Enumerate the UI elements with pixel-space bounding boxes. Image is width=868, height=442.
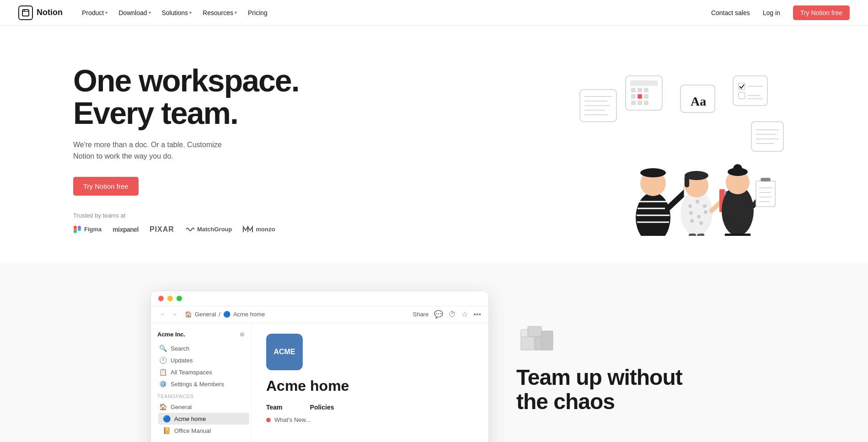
matchgroup-icon bbox=[185, 226, 194, 233]
sidebar-workspace: Acme Inc. ⚙ bbox=[151, 328, 251, 341]
workspace-name: Acme Inc. bbox=[157, 331, 185, 338]
toolbar-breadcrumb: 🏠 General / 🔵 Acme home bbox=[185, 311, 407, 318]
sidebar-item-settings[interactable]: ⚙️ Settings & Members bbox=[153, 378, 249, 390]
search-icon: 🔍 bbox=[159, 345, 167, 352]
toolbar-nav: ← → bbox=[158, 310, 179, 319]
hero-left: One workspace. Every team. We're more th… bbox=[73, 64, 299, 234]
demo-inner: ← → 🏠 General / 🔵 Acme home Share 💬 ⏱ ☆ … bbox=[114, 291, 754, 442]
office-manual-icon: 📔 bbox=[163, 427, 171, 434]
svg-point-6 bbox=[78, 228, 81, 231]
sidebar-label-settings: Settings & Members bbox=[171, 381, 224, 388]
svg-rect-22 bbox=[631, 101, 636, 105]
settings-icon: ⚙️ bbox=[159, 380, 167, 388]
svg-rect-17 bbox=[638, 88, 642, 92]
page-row: What's New... bbox=[266, 415, 474, 425]
svg-rect-66 bbox=[689, 234, 696, 236]
sidebar-item-acme-home[interactable]: 🔵 Acme home bbox=[158, 413, 249, 425]
breadcrumb-current: Acme home bbox=[233, 311, 265, 318]
svg-rect-18 bbox=[644, 88, 648, 92]
svg-rect-16 bbox=[631, 88, 636, 92]
monzo-logo: monzo bbox=[243, 226, 275, 233]
column-team: Team bbox=[266, 404, 283, 411]
chevron-down-icon: ▾ bbox=[235, 10, 237, 15]
sidebar-item-updates[interactable]: 🕐 Updates bbox=[153, 354, 249, 366]
workspace-chevron-icon[interactable]: ⚙ bbox=[240, 331, 245, 338]
share-button[interactable]: Share bbox=[413, 311, 429, 318]
back-icon[interactable]: ← bbox=[158, 310, 167, 319]
contact-sales-link[interactable]: Contact sales bbox=[711, 9, 750, 16]
try-notion-free-button[interactable]: Try Notion free bbox=[793, 5, 850, 20]
figma-icon bbox=[73, 225, 81, 234]
sidebar-item-all-teamspaces[interactable]: 📋 All Teamspaces bbox=[153, 366, 249, 378]
sidebar-label-search: Search bbox=[171, 345, 189, 352]
svg-rect-24 bbox=[644, 101, 648, 105]
svg-rect-90 bbox=[541, 331, 553, 350]
teamspaces-icon: 📋 bbox=[159, 368, 167, 376]
sidebar-label-updates: Updates bbox=[171, 357, 193, 364]
svg-point-57 bbox=[689, 211, 693, 215]
sidebar: Acme Inc. ⚙ 🔍 Search 🕐 Updates 📋 All Tea… bbox=[151, 323, 252, 442]
svg-point-56 bbox=[703, 204, 707, 208]
comment-icon[interactable]: 💬 bbox=[434, 310, 443, 319]
demo-section: ← → 🏠 General / 🔵 Acme home Share 💬 ⏱ ☆ … bbox=[0, 263, 868, 442]
pixar-logo: PIXAR bbox=[150, 225, 174, 234]
svg-rect-33 bbox=[751, 122, 783, 151]
hero-subtitle: We're more than a doc. Or a table. Custo… bbox=[73, 139, 229, 162]
nav-links: Product ▾ Download ▾ Solutions ▾ Resourc… bbox=[77, 6, 272, 19]
trusted-label: Trusted by teams at bbox=[73, 212, 299, 219]
timer-icon[interactable]: ⏱ bbox=[449, 310, 456, 319]
nav-link-product[interactable]: Product ▾ bbox=[77, 6, 112, 19]
blocks-illustration bbox=[516, 318, 718, 357]
column-policies: Policies bbox=[310, 404, 334, 411]
svg-rect-89 bbox=[528, 326, 541, 336]
svg-rect-80 bbox=[756, 181, 775, 207]
dot-red bbox=[158, 296, 164, 301]
chevron-down-icon: ▾ bbox=[189, 10, 192, 15]
window-titlebar bbox=[151, 291, 488, 306]
demo-heading: Team up without the chaos bbox=[516, 366, 718, 414]
hero-illustration: Aa bbox=[575, 62, 795, 236]
svg-point-54 bbox=[688, 204, 692, 208]
main-content: ACME Acme home Team Policies What's New.… bbox=[252, 323, 488, 442]
window-toolbar: ← → 🏠 General / 🔵 Acme home Share 💬 ⏱ ☆ … bbox=[151, 306, 488, 323]
page-rows: What's New... bbox=[266, 415, 474, 425]
more-icon[interactable]: ••• bbox=[473, 310, 481, 319]
svg-rect-23 bbox=[638, 101, 642, 105]
svg-rect-21 bbox=[644, 94, 648, 99]
sidebar-label-acme-home: Acme home bbox=[174, 415, 206, 422]
monzo-icon bbox=[243, 226, 253, 233]
svg-rect-86 bbox=[521, 336, 535, 350]
svg-rect-81 bbox=[761, 178, 771, 181]
acme-logo: ACME bbox=[266, 334, 303, 370]
demo-window: ← → 🏠 General / 🔵 Acme home Share 💬 ⏱ ☆ … bbox=[150, 291, 489, 442]
sidebar-item-search[interactable]: 🔍 Search bbox=[153, 342, 249, 354]
star-icon[interactable]: ☆ bbox=[461, 310, 468, 319]
nav-logo[interactable]: Notion bbox=[18, 5, 63, 20]
nav-link-solutions[interactable]: Solutions ▾ bbox=[157, 6, 197, 19]
svg-point-44 bbox=[640, 168, 666, 177]
login-link[interactable]: Log in bbox=[757, 6, 786, 19]
svg-rect-7 bbox=[74, 228, 77, 231]
svg-rect-15 bbox=[630, 80, 658, 86]
hero-section: One workspace. Every team. We're more th… bbox=[0, 26, 868, 263]
acme-home-icon: 🔵 bbox=[163, 415, 171, 422]
row-indicator bbox=[266, 418, 271, 422]
home-icon: 🏠 bbox=[185, 311, 192, 318]
sidebar-item-general[interactable]: 🏠 General bbox=[153, 401, 249, 413]
page-table-header: Team Policies bbox=[266, 404, 474, 411]
figma-logo: Figma bbox=[73, 225, 102, 234]
updates-icon: 🕐 bbox=[159, 357, 167, 364]
nav-link-pricing[interactable]: Pricing bbox=[243, 6, 272, 19]
nav-link-resources[interactable]: Resources ▾ bbox=[198, 6, 241, 19]
svg-text:Aa: Aa bbox=[691, 94, 706, 108]
forward-icon[interactable]: → bbox=[170, 310, 179, 319]
hero-cta-button[interactable]: Try Notion free bbox=[73, 177, 139, 196]
svg-point-58 bbox=[697, 215, 701, 218]
svg-rect-0 bbox=[22, 10, 29, 16]
nav-link-download[interactable]: Download ▾ bbox=[114, 6, 155, 19]
notion-logo-icon bbox=[18, 5, 33, 20]
svg-rect-20 bbox=[638, 94, 642, 99]
dot-green bbox=[177, 296, 182, 301]
sidebar-item-office-manual[interactable]: 📔 Office Manual bbox=[158, 425, 249, 437]
row-text: What's New... bbox=[274, 416, 311, 423]
